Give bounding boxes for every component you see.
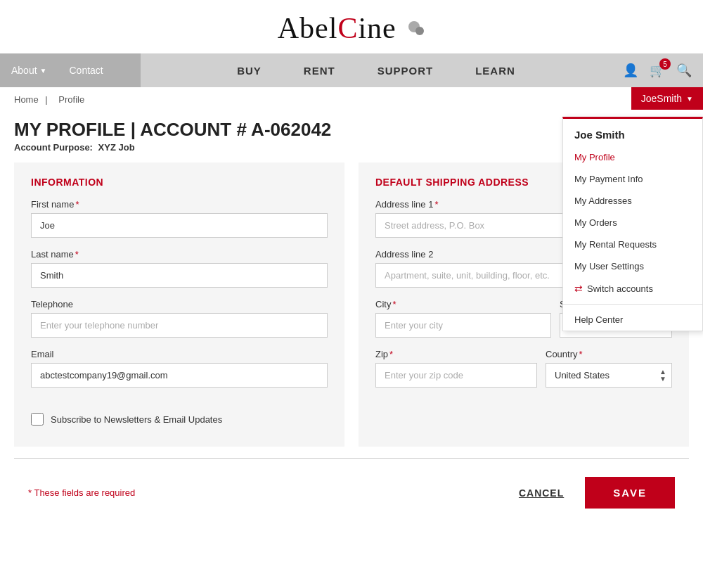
- required-star-7: *: [579, 349, 583, 359]
- dropdown-my-rental-requests[interactable]: My Rental Requests: [563, 234, 702, 255]
- telephone-input[interactable]: [31, 313, 328, 338]
- navigation-bar: About ▼ Contact BUY RENT SUPPORT LEARN 👤…: [0, 53, 703, 87]
- save-button[interactable]: SAVE: [585, 477, 675, 509]
- required-star-6: *: [389, 349, 393, 359]
- dropdown-divider: [563, 304, 702, 305]
- email-label: Email: [31, 349, 328, 359]
- zip-input[interactable]: [375, 363, 537, 388]
- zip-group: Zip*: [375, 349, 537, 388]
- dropdown-my-addresses[interactable]: My Addresses: [563, 190, 702, 212]
- chevron-down-icon: ▼: [40, 67, 47, 75]
- telephone-label: Telephone: [31, 299, 328, 309]
- country-select-wrapper: United States Canada United Kingdom Aust…: [546, 363, 672, 388]
- nav-buy[interactable]: BUY: [237, 65, 262, 77]
- user-icon[interactable]: 👤: [623, 63, 638, 78]
- zip-country-row: Zip* Country* United States Canada Unite…: [375, 349, 672, 399]
- cart-icon[interactable]: 🛒 5: [650, 63, 665, 78]
- first-name-input[interactable]: [31, 213, 328, 238]
- logo[interactable]: AbelCine: [0, 11, 703, 45]
- cart-badge: 5: [659, 58, 671, 70]
- country-select[interactable]: United States Canada United Kingdom Aust…: [546, 363, 672, 388]
- information-section-title: INFORMATION: [31, 177, 328, 188]
- nav-rent[interactable]: RENT: [304, 65, 335, 77]
- logo-area: AbelCine: [0, 0, 703, 53]
- user-menu-button[interactable]: JoeSmith ▼: [631, 87, 703, 110]
- zip-label: Zip*: [375, 349, 537, 359]
- last-name-group: Last name*: [31, 249, 328, 288]
- dropdown-my-payment-info[interactable]: My Payment Info: [563, 168, 702, 190]
- bottom-row: * These fields are required CANCEL SAVE: [14, 470, 689, 516]
- newsletter-checkbox[interactable]: [31, 413, 44, 426]
- city-group: City*: [375, 299, 551, 338]
- dropdown-my-user-settings[interactable]: My User Settings: [563, 255, 702, 277]
- user-dropdown-menu: Joe Smith My Profile My Payment Info My …: [562, 117, 703, 331]
- last-name-label: Last name*: [31, 249, 328, 260]
- switch-icon: ⇄: [574, 283, 583, 294]
- information-section: INFORMATION First name* Last name* Telep…: [14, 162, 344, 447]
- required-note: * These fields are required: [28, 487, 135, 498]
- nav-about-label: About: [11, 65, 37, 76]
- breadcrumb-current: Profile: [58, 94, 84, 105]
- account-purpose-value: XYZ Job: [98, 142, 135, 153]
- nav-contact-label: Contact: [70, 65, 103, 76]
- country-group: Country* United States Canada United Kin…: [546, 349, 672, 388]
- logo-dot: C: [337, 12, 358, 44]
- logo-text-after: ine: [358, 12, 396, 44]
- city-input[interactable]: [375, 313, 551, 338]
- required-star-2: *: [75, 249, 79, 260]
- breadcrumb-home[interactable]: Home: [14, 94, 39, 105]
- user-menu-label: JoeSmith: [641, 93, 682, 104]
- dropdown-help-center[interactable]: Help Center: [563, 309, 702, 331]
- search-icon[interactable]: 🔍: [676, 63, 692, 78]
- nav-support[interactable]: SUPPORT: [378, 65, 434, 77]
- required-note-text: These fields are required: [34, 487, 135, 498]
- nav-main: BUY RENT SUPPORT LEARN: [141, 53, 612, 87]
- email-input[interactable]: [31, 363, 328, 388]
- dropdown-user-name: Joe Smith: [563, 119, 702, 146]
- first-name-label: First name*: [31, 199, 328, 210]
- last-name-input[interactable]: [31, 263, 328, 288]
- breadcrumb-separator: |: [45, 94, 50, 105]
- nav-about[interactable]: About ▼: [0, 53, 58, 87]
- logo-text-before: Abel: [278, 12, 338, 44]
- required-star-3: *: [434, 199, 438, 210]
- breadcrumb: Home | Profile: [14, 94, 89, 105]
- required-star-icon: *: [28, 487, 32, 498]
- cancel-button[interactable]: CANCEL: [519, 487, 564, 499]
- dropdown-my-profile[interactable]: My Profile: [563, 146, 702, 168]
- dropdown-switch-accounts[interactable]: ⇄ Switch accounts: [563, 277, 702, 300]
- dropdown-my-orders[interactable]: My Orders: [563, 212, 702, 234]
- nav-right: 👤 🛒 5 🔍: [612, 53, 703, 87]
- nav-contact[interactable]: Contact: [58, 53, 115, 87]
- country-label: Country*: [546, 349, 672, 359]
- required-star: *: [75, 199, 79, 210]
- form-divider: [14, 458, 689, 459]
- top-row: Home | Profile JoeSmith ▼ Joe Smith My P…: [0, 87, 703, 112]
- telephone-group: Telephone: [31, 299, 328, 338]
- bottom-buttons: CANCEL SAVE: [519, 477, 675, 509]
- nav-left: About ▼ Contact: [0, 53, 141, 87]
- newsletter-label: Subscribe to Newsletters & Email Updates: [51, 414, 222, 425]
- newsletter-checkbox-row: Subscribe to Newsletters & Email Updates: [31, 399, 328, 433]
- user-chevron-icon: ▼: [686, 95, 693, 103]
- switch-label: Switch accounts: [587, 283, 653, 294]
- first-name-group: First name*: [31, 199, 328, 238]
- account-purpose-label: Account Purpose:: [14, 142, 93, 153]
- required-star-4: *: [392, 299, 396, 309]
- city-label: City*: [375, 299, 551, 309]
- nav-learn[interactable]: LEARN: [475, 65, 515, 77]
- email-group: Email: [31, 349, 328, 388]
